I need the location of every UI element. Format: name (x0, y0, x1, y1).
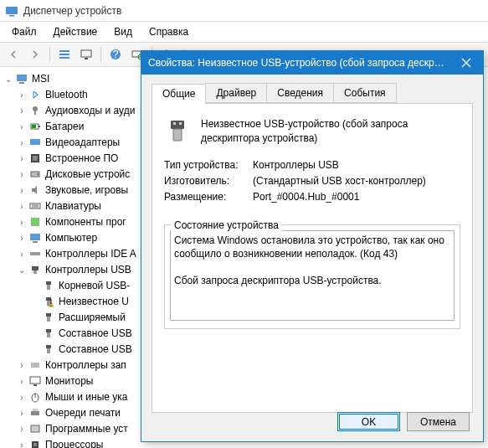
monitor-icon (28, 374, 42, 388)
tab-driver[interactable]: Драйвер (205, 83, 267, 103)
expand-icon[interactable]: › (15, 425, 28, 434)
prop-loc-value: Port_#0004.Hub_#0001 (253, 191, 460, 203)
device-status-text[interactable] (170, 230, 455, 321)
svg-point-25 (37, 173, 39, 175)
tree-item-label: Компоненты прог (45, 216, 126, 228)
svg-rect-51 (31, 411, 39, 415)
ok-button[interactable]: OK (337, 412, 400, 431)
firmware-icon (28, 152, 42, 165)
expand-icon[interactable]: › (15, 250, 28, 259)
expand-icon[interactable]: › (15, 106, 28, 116)
tree-item-label: Очереди печати (45, 407, 121, 419)
expand-icon[interactable]: › (15, 170, 28, 179)
svg-rect-20 (32, 125, 36, 128)
expand-icon[interactable]: › (15, 218, 28, 227)
audio-input-icon (28, 104, 42, 117)
svg-rect-26 (30, 203, 40, 209)
expand-icon[interactable]: › (15, 154, 28, 163)
software-device-icon (28, 422, 42, 435)
svg-rect-34 (33, 270, 37, 274)
tree-item-label: Составное USB (59, 343, 132, 355)
bluetooth-icon (28, 88, 42, 101)
menu-action[interactable]: Действие (45, 23, 106, 40)
print-queue-icon (28, 406, 42, 420)
svg-rect-2 (59, 50, 69, 52)
svg-rect-30 (30, 234, 40, 240)
device-status-legend: Состояние устройства (171, 219, 282, 231)
storage-controller-icon (28, 358, 42, 372)
tree-item-label: Звуковые, игровы (45, 184, 128, 196)
tree-item-label: Контроллеры IDE A (45, 248, 136, 260)
svg-rect-4 (59, 57, 69, 59)
expand-icon[interactable]: › (15, 122, 28, 131)
cancel-button[interactable]: Отмена (407, 412, 470, 431)
computer-icon (28, 231, 42, 245)
tree-root-label: MSI (32, 73, 49, 85)
svg-rect-42 (46, 329, 51, 332)
device-large-icon (164, 117, 191, 144)
menu-help[interactable]: Справка (141, 23, 197, 40)
prop-mfg-value: (Стандартный USB хост-контроллер) (253, 175, 460, 187)
svg-rect-60 (171, 121, 184, 129)
close-button[interactable] (449, 51, 483, 75)
svg-rect-17 (34, 111, 36, 115)
tree-item-label: Клавиатуры (45, 200, 101, 212)
svg-rect-33 (32, 266, 39, 270)
svg-rect-46 (31, 363, 39, 368)
tree-item-label: Мыши и иные ука (45, 391, 127, 403)
window-title: Диспетчер устройств (23, 5, 121, 17)
mouse-icon (28, 390, 42, 404)
svg-rect-9 (132, 51, 141, 57)
tree-item-label: Процессоры (45, 439, 104, 448)
svg-rect-3 (59, 54, 69, 55)
device-status-group: Состояние устройства (164, 213, 460, 329)
toolbar-monitor-button[interactable] (76, 45, 96, 64)
usb-device-icon (42, 311, 55, 324)
svg-rect-21 (30, 139, 40, 145)
dialog-titlebar[interactable]: Свойства: Неизвестное USB-устройство (сб… (141, 51, 483, 75)
expand-icon[interactable]: › (15, 186, 28, 195)
svg-rect-19 (39, 126, 40, 127)
keyboard-icon (28, 199, 42, 213)
expand-icon[interactable]: › (15, 138, 28, 147)
sound-icon (28, 183, 42, 197)
svg-rect-5 (81, 50, 91, 57)
ide-controller-icon (28, 247, 42, 260)
tab-general[interactable]: Общие (152, 84, 206, 104)
svg-rect-23 (33, 156, 38, 161)
tree-item-label: Корневой USB- (59, 280, 130, 291)
svg-rect-32 (30, 252, 40, 255)
expand-icon[interactable]: › (15, 440, 28, 449)
expand-icon[interactable]: › (15, 361, 28, 370)
collapse-icon[interactable]: ⌄ (15, 265, 28, 275)
toolbar-forward-button[interactable] (25, 45, 45, 64)
expand-icon[interactable]: › (15, 234, 28, 243)
usb-device-icon (42, 342, 55, 356)
expand-icon[interactable]: › (15, 377, 28, 386)
svg-rect-31 (33, 241, 38, 243)
prop-type-label: Тип устройства: (164, 159, 253, 171)
usb-device-icon (42, 327, 55, 340)
software-component-icon (28, 215, 42, 229)
svg-rect-0 (6, 7, 18, 14)
svg-rect-29 (31, 218, 39, 226)
tab-details[interactable]: Сведения (266, 83, 334, 103)
expand-icon[interactable]: › (15, 393, 28, 402)
menu-file[interactable]: Файл (3, 23, 45, 40)
expand-icon[interactable]: › (15, 409, 28, 418)
expand-icon[interactable]: › (15, 90, 28, 100)
svg-point-16 (33, 106, 38, 111)
expand-icon[interactable]: › (15, 202, 28, 211)
collapse-icon[interactable]: ⌄ (2, 75, 15, 84)
tree-item-label: Составное USB (59, 327, 132, 339)
prop-loc-label: Размещение: (164, 191, 253, 203)
svg-rect-35 (46, 281, 51, 285)
toolbar-help-button[interactable]: ? (105, 45, 126, 64)
svg-rect-62 (179, 122, 182, 125)
menu-view[interactable]: Вид (105, 23, 141, 40)
toolbar-tree-button[interactable] (54, 45, 74, 64)
toolbar-back-button[interactable] (3, 45, 23, 64)
tab-events[interactable]: События (333, 83, 397, 103)
processor-icon (28, 438, 42, 448)
tree-item-label: Контроллеры зап (45, 359, 126, 371)
